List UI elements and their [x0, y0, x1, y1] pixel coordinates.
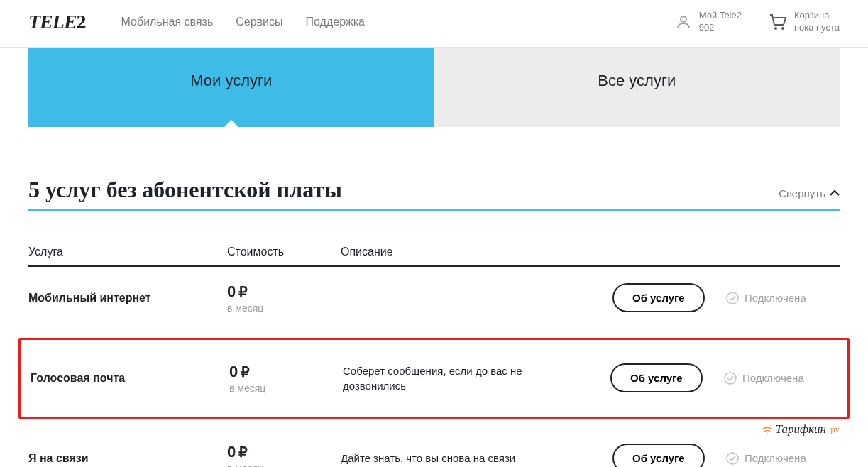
table-row: Я на связи 0₽ в месяц Дайте знать, что в…: [28, 427, 840, 467]
header: TELE2 Мобильная связь Сервисы Поддержка …: [0, 0, 868, 48]
status-label: Подключена: [745, 452, 806, 464]
nav-mobile[interactable]: Мобильная связь: [121, 16, 214, 28]
wifi-icon: [760, 423, 774, 436]
svg-point-3: [727, 292, 738, 304]
price-value: 0: [229, 363, 238, 381]
chevron-up-icon: [830, 189, 840, 197]
service-cost: 0₽ в месяц: [227, 282, 341, 314]
watermark: Тарифкин.ру: [760, 422, 840, 436]
watermark-suffix: .ру: [828, 424, 840, 435]
price-period: в месяц: [227, 302, 341, 314]
service-status: Подключена: [726, 292, 840, 304]
service-action: Об услуге: [610, 363, 724, 392]
th-cost: Стоимость: [227, 246, 341, 258]
service-cost: 0₽ в месяц: [229, 363, 343, 394]
service-desc: Дайте знать, что вы снова на связи: [341, 451, 612, 466]
header-right: Мой Tele2 902 Корзина пока пуста: [675, 10, 840, 34]
nav-services[interactable]: Сервисы: [236, 16, 282, 28]
watermark-text: Тарифкин: [776, 422, 826, 436]
nav-support[interactable]: Поддержка: [306, 16, 365, 28]
logo-text: TELE: [28, 11, 77, 33]
service-name: Мобильный интернет: [28, 292, 227, 304]
collapse-label: Свернуть: [779, 187, 825, 199]
check-icon: [726, 452, 739, 465]
th-status: [726, 246, 840, 258]
price-period: в месяц: [227, 463, 341, 467]
cart-link[interactable]: Корзина пока пуста: [769, 10, 840, 34]
status-label: Подключена: [742, 372, 804, 384]
collapse-toggle[interactable]: Свернуть: [779, 187, 840, 199]
svg-point-1: [774, 27, 777, 30]
svg-point-0: [681, 16, 686, 22]
price-period: в месяц: [229, 383, 343, 394]
tab-my-services[interactable]: Мои услуги: [28, 48, 434, 127]
price-value: 0: [227, 282, 236, 301]
user-icon: [675, 13, 692, 31]
check-icon: [726, 292, 739, 304]
main-nav: Мобильная связь Сервисы Поддержка: [121, 16, 365, 28]
service-desc: Соберет сообщения, если до вас не дозвон…: [343, 363, 610, 393]
svg-point-5: [727, 453, 738, 464]
status-label: Подключена: [745, 292, 806, 304]
currency: ₽: [238, 283, 248, 300]
section-title: 5 услуг без абонентской платы: [28, 177, 342, 203]
currency: ₽: [238, 444, 248, 461]
tabs-container: Мои услуги Все услуги: [0, 48, 868, 127]
th-desc: Описание: [341, 246, 612, 258]
currency: ₽: [241, 363, 250, 380]
cart-text: Корзина пока пуста: [794, 10, 840, 34]
service-name: Я на связи: [28, 452, 227, 465]
account-line2: 902: [699, 22, 742, 34]
about-button[interactable]: Об услуге: [610, 363, 703, 392]
cart-line1: Корзина: [794, 10, 840, 22]
logo-number: 2: [77, 11, 86, 33]
th-name: Услуга: [28, 246, 227, 258]
table-header: Услуга Стоимость Описание: [28, 246, 840, 267]
service-status: Подключена: [724, 372, 837, 385]
service-name: Голосовая почта: [31, 372, 229, 385]
price-value: 0: [227, 443, 236, 461]
highlighted-row-box: Голосовая почта 0₽ в месяц Соберет сообщ…: [18, 338, 850, 419]
service-status: Подключена: [726, 452, 840, 465]
account-link[interactable]: Мой Tele2 902: [675, 10, 742, 34]
svg-point-2: [781, 27, 784, 30]
tabs: Мои услуги Все услуги: [28, 48, 840, 127]
account-text: Мой Tele2 902: [699, 10, 742, 34]
table-row: Голосовая почта 0₽ в месяц Соберет сообщ…: [31, 347, 837, 410]
section-header: 5 услуг без абонентской платы Свернуть: [28, 177, 840, 211]
account-line1: Мой Tele2: [699, 10, 742, 22]
section-free-services: 5 услуг без абонентской платы Свернуть У…: [0, 177, 868, 467]
service-action: Об услуге: [612, 444, 726, 467]
th-action: [612, 246, 726, 258]
tab-all-services[interactable]: Все услуги: [434, 48, 840, 127]
check-icon: [724, 372, 737, 385]
logo[interactable]: TELE2: [28, 11, 86, 33]
about-button[interactable]: Об услуге: [612, 283, 705, 312]
svg-point-4: [725, 373, 736, 384]
service-action: Об услуге: [612, 283, 726, 312]
cart-icon: [769, 13, 787, 31]
about-button[interactable]: Об услуге: [612, 444, 705, 467]
service-cost: 0₽ в месяц: [227, 443, 341, 467]
table-row: Мобильный интернет 0₽ в месяц Об услуге …: [28, 267, 840, 329]
cart-line2: пока пуста: [794, 22, 840, 34]
